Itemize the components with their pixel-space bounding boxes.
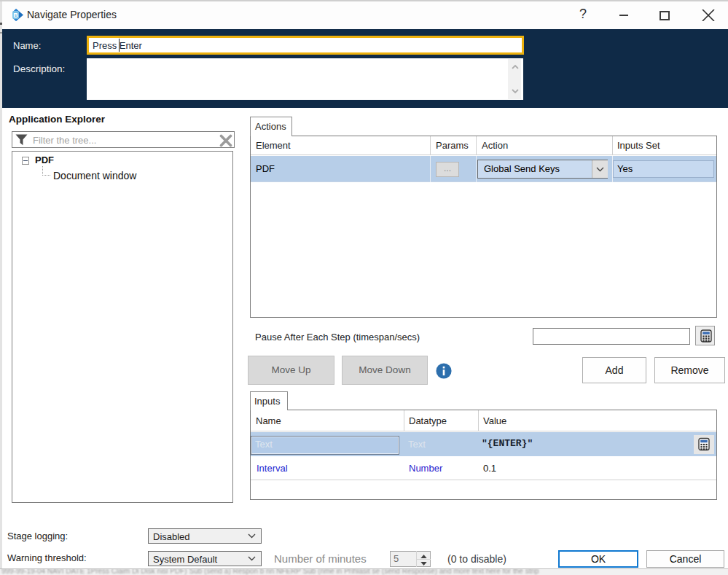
svg-text:B: B [13, 12, 18, 19]
